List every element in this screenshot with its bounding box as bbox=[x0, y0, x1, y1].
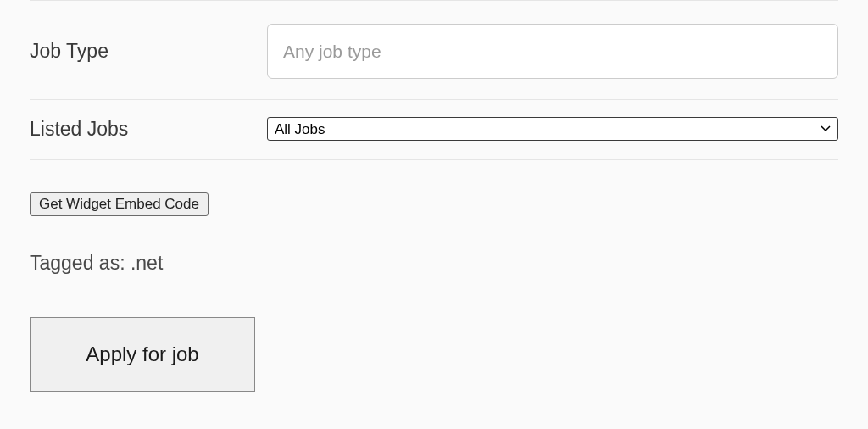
divider bbox=[30, 0, 838, 1]
job-type-label: Job Type bbox=[30, 40, 267, 63]
tagged-as-label: Tagged as: bbox=[30, 252, 131, 274]
tagged-as-text: Tagged as: .net bbox=[30, 252, 838, 275]
listed-jobs-label: Listed Jobs bbox=[30, 118, 267, 141]
job-type-row: Job Type bbox=[30, 3, 838, 99]
tagged-as-value: .net bbox=[131, 252, 163, 274]
listed-jobs-field-wrap: All Jobs bbox=[267, 117, 838, 141]
actions-section: Get Widget Embed Code Tagged as: .net Ap… bbox=[30, 160, 838, 392]
job-type-field-wrap bbox=[267, 24, 838, 79]
job-type-input[interactable] bbox=[267, 24, 838, 79]
listed-jobs-select[interactable]: All Jobs bbox=[267, 117, 838, 141]
listed-jobs-row: Listed Jobs All Jobs bbox=[30, 100, 838, 159]
get-widget-embed-button[interactable]: Get Widget Embed Code bbox=[30, 192, 209, 216]
apply-for-job-button[interactable]: Apply for job bbox=[30, 317, 255, 392]
